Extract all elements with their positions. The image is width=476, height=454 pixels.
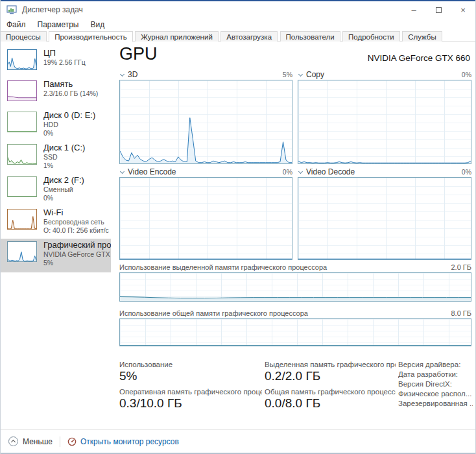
chart-label-copy: Copy [306, 70, 324, 79]
footer-divider [60, 436, 60, 447]
disk1-item-usage: 1% [43, 161, 111, 170]
chart-value-3d: 5% [283, 71, 292, 78]
sidebar-item-cpu[interactable]: ЦП 19% 2.56 ГГц [1, 47, 111, 78]
memory-thumbnail-chart [7, 80, 37, 101]
gpu-item-name: NVIDIA GeForce GTX 660 [43, 250, 111, 259]
video-decode-chart [298, 177, 471, 260]
disk0-item-title: Диск 0 (D: E:) [43, 110, 111, 121]
footer-bar: Меньше Открыть монитор ресурсов [1, 429, 475, 453]
task-manager-app-icon [6, 5, 17, 15]
tab-processes[interactable]: Процессы [0, 31, 47, 42]
chevron-down-icon [120, 71, 125, 76]
fewer-details-button[interactable]: Меньше [8, 436, 53, 446]
driver-date-label: Дата разработки: [398, 370, 473, 379]
tab-app-history[interactable]: Журнал приложений [135, 31, 219, 42]
gpu-performance-panel: GPU NVIDIA GeForce GTX 660 3D 5% Copy 0%… [114, 42, 475, 429]
menu-bar: Файл Параметры Вид [1, 18, 475, 30]
chevron-down-icon [298, 169, 303, 173]
driver-version-label: Версия драйвера: [398, 360, 473, 370]
minimize-button[interactable]: – [401, 1, 426, 18]
chart-header-3d[interactable]: 3D 5% [119, 70, 292, 79]
memory-item-stats: 2.3/16.0 ГБ (14%) [43, 90, 111, 98]
panel-title: GPU [119, 44, 158, 64]
gpu-3d-chart [119, 80, 292, 164]
sidebar-item-memory[interactable]: Память 2.3/16.0 ГБ (14%) [1, 78, 111, 109]
gpu-copy-chart [298, 80, 471, 164]
menu-file[interactable]: Файл [1, 20, 32, 29]
open-resource-monitor-link[interactable]: Открыть монитор ресурсов [67, 437, 179, 446]
wifi-item-title: Wi-Fi [43, 208, 111, 218]
reserved-memory-label: Зарезервированная ... [398, 399, 473, 409]
menu-options[interactable]: Параметры [32, 20, 85, 29]
disk0-item-usage: 0% [43, 129, 111, 137]
chart-header-video-decode[interactable]: Video Decode 0% [298, 167, 471, 176]
tab-details[interactable]: Подробности [342, 31, 400, 42]
shared-memory-label: Использование общей памяти графического … [119, 309, 308, 317]
dedicated-stat-value: 0.2/2.0 ГБ [265, 369, 320, 383]
sidebar-item-wifi[interactable]: Wi-Fi Беспроводная сеть О: 40.0 П: 256 к… [1, 206, 111, 237]
menu-view[interactable]: Вид [84, 20, 110, 29]
cpu-item-stats: 19% 2.56 ГГц [43, 58, 111, 67]
chart-value-copy: 0% [462, 71, 471, 78]
tab-performance[interactable]: Производительность [49, 31, 133, 42]
tab-users[interactable]: Пользователи [280, 31, 340, 42]
usage-value: 5% [119, 369, 137, 383]
cpu-item-text: ЦП 19% 2.56 ГГц [43, 48, 111, 67]
gpu-item-usage: 5% [43, 259, 111, 267]
dedicated-memory-chart [119, 272, 471, 302]
disk1-item-title: Диск 1 (C:) [43, 143, 111, 153]
chart-header-copy[interactable]: Copy 0% [298, 70, 471, 79]
wifi-item-throughput: О: 40.0 П: 256 кбит/с [43, 226, 111, 235]
disk2-item-title: Диск 2 (F:) [43, 175, 111, 185]
sidebar-item-gpu[interactable]: Графический процессор NVIDIA GeForce GTX… [1, 239, 111, 272]
disk0-item-type: HDD [43, 121, 111, 129]
chart-value-video-encode: 0% [283, 168, 292, 176]
disk2-thumbnail-chart [7, 176, 37, 197]
chart-value-video-decode: 0% [462, 168, 471, 176]
disk1-item-type: SSD [43, 153, 111, 161]
disk2-item-usage: 0% [43, 194, 111, 202]
chart-header-video-encode[interactable]: Video Encode 0% [119, 167, 292, 176]
chevron-up-circle-icon [8, 436, 18, 446]
shared-stat-value: 0.0/8.0 ГБ [265, 396, 320, 411]
shared-memory-chart [119, 318, 471, 346]
video-encode-chart [119, 177, 292, 260]
sidebar-item-disk0[interactable]: Диск 0 (D: E:) HDD 0% [1, 109, 111, 140]
gpu-model-name: NVIDIA GeForce GTX 660 [368, 53, 470, 63]
disk0-thumbnail-chart [7, 112, 37, 132]
memory-item-title: Память [43, 79, 111, 90]
cpu-thumbnail-chart [7, 49, 37, 70]
maximize-icon [436, 7, 442, 13]
tab-startup[interactable]: Автозагрузка [220, 31, 278, 42]
tab-services[interactable]: Службы [402, 31, 442, 42]
chart-label-video-decode: Video Decode [306, 167, 355, 176]
disk2-item-text: Диск 2 (F:) Сменный 0% [43, 175, 111, 202]
gpu-ram-label: Оперативная память графического процессо… [119, 388, 262, 396]
disk0-item-text: Диск 0 (D: E:) HDD 0% [43, 110, 111, 137]
dedicated-stat-label: Выделенная память графического процессор… [265, 361, 396, 368]
chart-label-video-encode: Video Encode [128, 167, 176, 176]
chevron-down-icon [120, 169, 125, 173]
directx-version-label: Версия DirectX: [398, 379, 473, 389]
titlebar: Диспетчер задач – × [1, 1, 475, 18]
fewer-details-label: Меньше [23, 437, 53, 446]
tab-bar: Процессы Производительность Журнал прило… [1, 30, 475, 42]
resource-monitor-label: Открыть монитор ресурсов [80, 437, 179, 446]
close-button[interactable]: × [451, 1, 475, 18]
sidebar-item-disk1[interactable]: Диск 1 (C:) SSD 1% [1, 141, 111, 173]
dedicated-memory-header: Использование выделенной памяти графичес… [119, 263, 471, 271]
window-controls: – × [401, 1, 475, 18]
usage-label: Использование [119, 361, 249, 368]
gpu-item-title: Графический процессор [43, 240, 111, 250]
sidebar-item-disk2[interactable]: Диск 2 (F:) Сменный 0% [1, 174, 111, 205]
physical-location-label: Физическое распол... [398, 389, 473, 399]
resource-monitor-icon [67, 437, 77, 446]
disk1-thumbnail-chart [7, 144, 37, 165]
dedicated-memory-label: Использование выделенной памяти графичес… [119, 263, 327, 271]
cpu-item-title: ЦП [43, 48, 111, 58]
chevron-down-icon [298, 71, 303, 76]
wifi-thumbnail-chart [7, 209, 37, 230]
maximize-button[interactable] [426, 1, 451, 18]
wifi-item-text: Wi-Fi Беспроводная сеть О: 40.0 П: 256 к… [43, 208, 111, 235]
gpu-thumbnail-chart [7, 241, 37, 262]
